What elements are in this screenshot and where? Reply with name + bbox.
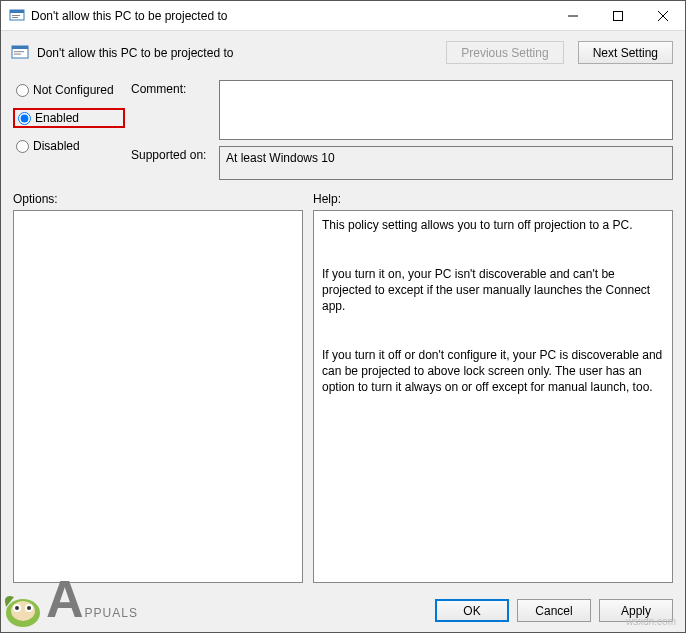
state-radio-group: Not Configured Enabled Disabled: [13, 80, 125, 180]
lower-labels: Options: Help:: [1, 182, 685, 208]
svg-rect-3: [12, 17, 18, 18]
previous-setting-button[interactable]: Previous Setting: [446, 41, 563, 64]
radio-disabled-input[interactable]: [16, 140, 29, 153]
help-panel: This policy setting allows you to turn o…: [313, 210, 673, 583]
titlebar: Don't allow this PC to be projected to: [1, 1, 685, 31]
apply-button[interactable]: Apply: [599, 599, 673, 622]
svg-rect-7: [14, 51, 24, 52]
supported-label: Supported on:: [131, 146, 211, 180]
comment-label: Comment:: [131, 80, 211, 140]
comment-textarea[interactable]: [219, 80, 673, 140]
ok-button[interactable]: OK: [435, 599, 509, 622]
bottom-bar: OK Cancel Apply: [1, 589, 685, 632]
radio-enabled-input[interactable]: [18, 112, 31, 125]
svg-rect-8: [14, 53, 21, 54]
header-row: Don't allow this PC to be projected to P…: [1, 31, 685, 72]
options-panel: [13, 210, 303, 583]
supported-on-box: At least Windows 10: [219, 146, 673, 180]
radio-label: Not Configured: [33, 83, 114, 97]
svg-rect-2: [12, 15, 20, 16]
lower-panels: This policy setting allows you to turn o…: [1, 208, 685, 589]
svg-rect-1: [10, 10, 24, 13]
policy-editor-window: Don't allow this PC to be projected to D…: [0, 0, 686, 633]
radio-not-configured[interactable]: Not Configured: [13, 82, 125, 98]
policy-icon: [11, 44, 29, 62]
radio-disabled[interactable]: Disabled: [13, 138, 125, 154]
maximize-button[interactable]: [595, 1, 640, 30]
cancel-button[interactable]: Cancel: [517, 599, 591, 622]
radio-not-configured-input[interactable]: [16, 84, 29, 97]
policy-title: Don't allow this PC to be projected to: [37, 46, 432, 60]
config-area: Not Configured Enabled Disabled Comment:…: [1, 72, 685, 182]
close-button[interactable]: [640, 1, 685, 30]
next-setting-button[interactable]: Next Setting: [578, 41, 673, 64]
help-label: Help:: [313, 192, 341, 206]
window-title: Don't allow this PC to be projected to: [31, 9, 550, 23]
radio-label: Disabled: [33, 139, 80, 153]
svg-rect-4: [613, 11, 622, 20]
svg-rect-6: [12, 46, 28, 49]
radio-label: Enabled: [35, 111, 79, 125]
radio-enabled[interactable]: Enabled: [13, 108, 125, 128]
minimize-button[interactable]: [550, 1, 595, 30]
options-label: Options:: [13, 192, 313, 206]
window-icon: [9, 8, 25, 24]
